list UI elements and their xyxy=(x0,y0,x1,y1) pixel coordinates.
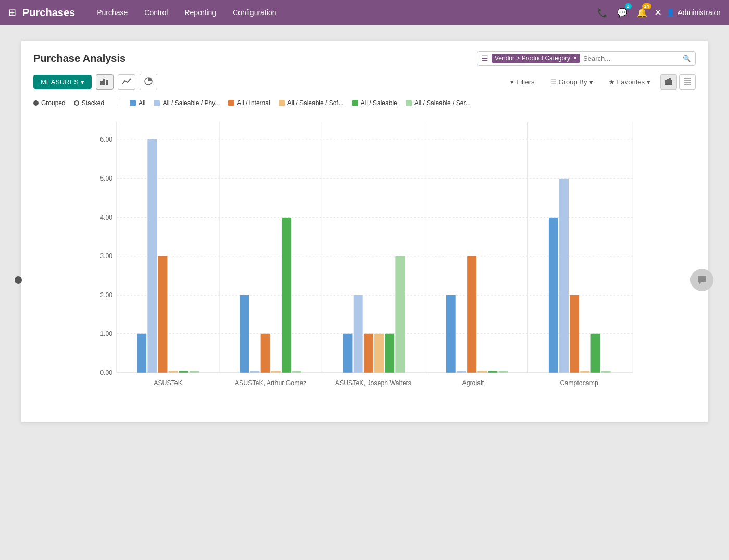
legend-label-internal: All / Internal xyxy=(237,99,270,107)
bar-chart: 0.00 1.00 2.00 3.00 4.00 5.00 6.00 xyxy=(33,116,696,408)
main-wrapper: Purchase Analysis ☰ Vendor > Product Cat… xyxy=(0,25,729,438)
filters-button[interactable]: ▾ Filters xyxy=(505,75,540,89)
nav-control[interactable]: Control xyxy=(137,5,175,20)
bar xyxy=(169,371,178,372)
bar xyxy=(364,334,373,373)
legend-label-ser: All / Saleable / Ser... xyxy=(414,99,471,107)
favorites-button[interactable]: ★ Favorites ▾ xyxy=(603,75,656,89)
nav-configuration[interactable]: Configuration xyxy=(225,5,283,20)
bar xyxy=(282,218,291,373)
bar xyxy=(250,371,259,372)
legend-label-all: All xyxy=(139,99,145,107)
svg-rect-10 xyxy=(684,82,691,83)
svg-text:ASUSTeK: ASUSTeK xyxy=(154,379,183,387)
svg-rect-1 xyxy=(103,79,105,85)
user-menu[interactable]: 👤 Administrator xyxy=(666,8,721,17)
bar xyxy=(374,334,384,373)
legend-label-phy: All / Saleable / Phy... xyxy=(162,99,220,107)
bar xyxy=(580,371,589,372)
bar xyxy=(158,256,168,373)
left-indicator-dot xyxy=(15,276,22,284)
grouped-dot xyxy=(33,100,39,106)
legend-item-5[interactable]: All / Saleable / Ser... xyxy=(406,99,471,107)
chart-view-button[interactable] xyxy=(660,74,677,90)
close-button[interactable]: ✕ xyxy=(654,7,662,18)
measures-label: MEASURES xyxy=(41,78,79,86)
search-icon[interactable]: 🔍 xyxy=(683,55,691,62)
activity-button[interactable]: 🔔 24 xyxy=(634,5,650,20)
favorites-chevron: ▾ xyxy=(647,78,650,86)
svg-text:5.00: 5.00 xyxy=(100,175,112,182)
legend-color-ser xyxy=(406,100,412,106)
bar xyxy=(395,256,405,373)
svg-rect-7 xyxy=(671,80,672,85)
bar xyxy=(190,371,199,372)
search-filter-tag: Vendor > Product Category × xyxy=(492,54,580,63)
nav-reporting[interactable]: Reporting xyxy=(177,5,223,20)
bar xyxy=(292,371,301,372)
pie-chart-icon xyxy=(144,77,153,85)
grid-icon[interactable]: ⊞ xyxy=(8,7,16,18)
bar xyxy=(549,218,558,373)
bar xyxy=(467,256,476,373)
nav-purchase[interactable]: Purchase xyxy=(90,5,135,20)
bar xyxy=(591,334,600,373)
bar xyxy=(477,371,487,372)
bar-chart-view-button[interactable] xyxy=(96,74,114,90)
activity-badge: 24 xyxy=(642,3,651,9)
user-icon: 👤 xyxy=(666,8,675,17)
legend-item-4[interactable]: All / Saleable xyxy=(352,99,397,107)
bar xyxy=(570,295,579,373)
star-icon: ★ xyxy=(609,78,615,86)
filter-icon-small: ▾ xyxy=(510,78,514,86)
messages-button[interactable]: 💬 8 xyxy=(614,5,630,20)
measures-button[interactable]: MEASURES ▾ xyxy=(33,75,92,89)
chart-container: 0.00 1.00 2.00 3.00 4.00 5.00 6.00 xyxy=(33,116,696,408)
line-chart-view-button[interactable] xyxy=(118,74,135,90)
svg-rect-6 xyxy=(669,78,671,85)
main-card: Purchase Analysis ☰ Vendor > Product Cat… xyxy=(21,41,708,422)
bar xyxy=(147,139,157,373)
app-title: Purchases xyxy=(22,7,75,19)
legend-item-3[interactable]: All / Saleable / Sof... xyxy=(279,99,344,107)
stacked-option[interactable]: Stacked xyxy=(74,99,104,107)
svg-rect-8 xyxy=(684,78,691,79)
bar xyxy=(446,295,456,373)
bar xyxy=(343,334,353,373)
floating-action-button[interactable] xyxy=(690,269,713,291)
legend-label-saleable: All / Saleable xyxy=(361,99,397,107)
svg-rect-0 xyxy=(100,81,103,85)
measures-chevron: ▾ xyxy=(81,78,84,86)
remove-filter-button[interactable]: × xyxy=(573,55,577,62)
bar xyxy=(457,371,466,372)
list-view-button[interactable] xyxy=(679,74,696,90)
search-bar: ☰ Vendor > Product Category × 🔍 xyxy=(477,51,696,66)
phone-button[interactable]: 📞 xyxy=(595,5,610,20)
toolbar-right: ▾ Filters ☰ Group By ▾ ★ Favorites ▾ xyxy=(505,74,696,90)
svg-rect-11 xyxy=(684,84,691,85)
svg-text:ASUSTeK, Arthur Gomez: ASUSTeK, Arthur Gomez xyxy=(235,379,307,387)
svg-text:3.00: 3.00 xyxy=(100,252,112,260)
legend-separator xyxy=(117,98,117,108)
svg-text:Agrolait: Agrolait xyxy=(462,379,484,387)
grouped-option[interactable]: Grouped xyxy=(33,99,66,107)
bar xyxy=(601,371,611,372)
legend-item-0[interactable]: All xyxy=(130,99,145,107)
svg-rect-9 xyxy=(684,80,691,81)
groupby-label: Group By xyxy=(559,78,587,86)
topnav: ⊞ Purchases Purchase Control Reporting C… xyxy=(0,0,729,25)
legend-item-1[interactable]: All / Saleable / Phy... xyxy=(154,99,220,107)
svg-rect-4 xyxy=(665,80,667,85)
group-options: Grouped Stacked xyxy=(33,99,104,107)
bar xyxy=(499,371,508,372)
pie-chart-view-button[interactable] xyxy=(140,74,157,90)
groupby-button[interactable]: ☰ Group By ▾ xyxy=(545,75,599,89)
svg-text:0.00: 0.00 xyxy=(100,369,112,376)
search-input[interactable] xyxy=(583,55,680,62)
svg-text:1.00: 1.00 xyxy=(100,330,112,337)
stacked-label: Stacked xyxy=(82,99,104,107)
legend-color-saleable xyxy=(352,100,358,106)
legend-item-2[interactable]: All / Internal xyxy=(228,99,270,107)
chart-view-icon xyxy=(665,78,672,85)
page-title: Purchase Analysis xyxy=(33,53,469,65)
